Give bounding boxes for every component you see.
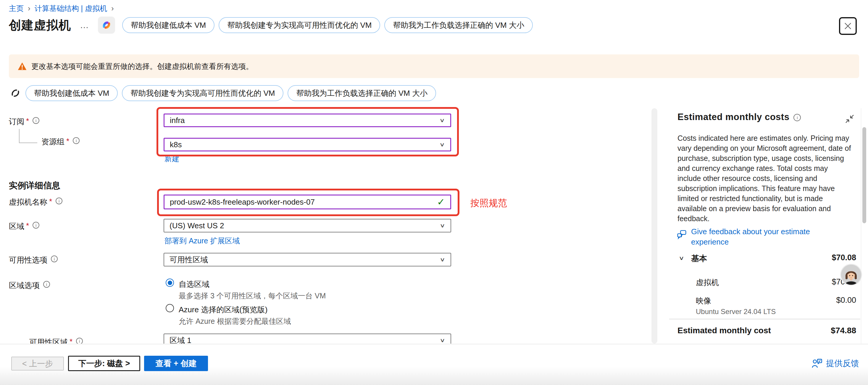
copilot-suggestions-top: 帮助我创建低成本 VM 帮助我创建专为实现高可用性而优化的 VM 帮助我为工作负… <box>122 17 533 33</box>
cost-panel-title-row: Estimated monthly costs i <box>678 112 801 122</box>
suggestion-right-vm-size-button[interactable]: 帮助我为工作负载选择正确的 VM 大小 <box>287 85 436 101</box>
vm-name-label: 虚拟机名称 * i <box>9 197 62 207</box>
copilot-suggestions-row: 帮助我创建低成本 VM 帮助我创建专为实现高可用性而优化的 VM 帮助我为工作负… <box>9 85 436 102</box>
availability-zone-row-clipped: 可用性区域 * i 区域 1 ∨ <box>0 332 648 344</box>
avatar-image <box>841 265 861 285</box>
previous-button[interactable]: < 上一步 <box>11 357 64 371</box>
info-icon[interactable]: i <box>73 137 80 144</box>
resource-group-label: 资源组 * i <box>41 137 80 147</box>
collapse-panel-icon[interactable] <box>845 114 855 124</box>
copilot-icon <box>101 20 112 30</box>
availability-zone-label: 可用性区域 * i <box>29 337 83 344</box>
cost-item-amount: $0.00 <box>836 296 856 305</box>
info-icon[interactable]: i <box>51 255 58 262</box>
subscription-dropdown[interactable]: infra ∨ <box>164 114 451 127</box>
page-scrollbar-thumb[interactable] <box>862 127 866 223</box>
deploy-edge-zone-link[interactable]: 部署到 Azure 扩展区域 <box>164 236 240 246</box>
resource-group-dropdown[interactable]: k8s ∨ <box>164 138 451 151</box>
required-asterisk: * <box>69 337 72 344</box>
feedback-person-icon <box>812 358 823 368</box>
field-connector-line <box>19 129 37 143</box>
azure-selected-zones-desc: 允许 Azure 根据需要分配最佳区域 <box>179 316 291 326</box>
region-label: 区域 * i <box>9 221 39 231</box>
next-disks-button[interactable]: 下一步: 磁盘 > <box>68 356 140 371</box>
feedback-bubbles-icon <box>677 229 687 240</box>
copilot-outline-icon <box>9 86 22 100</box>
required-asterisk: * <box>66 137 69 146</box>
avatar[interactable] <box>840 264 862 286</box>
cost-group-amount: $70.08 <box>832 253 856 262</box>
suggestion-right-vm-size-button[interactable]: 帮助我为工作负载选择正确的 VM 大小 <box>384 17 532 33</box>
panel-scroll-edge <box>861 108 861 344</box>
self-select-zones-radio[interactable] <box>166 279 174 287</box>
chevron-down-icon: ∨ <box>439 117 445 124</box>
create-vm-page: 主页 › 计算基础结构 | 虚拟机 › 创建虚拟机 … 帮 <box>0 0 868 385</box>
info-icon[interactable]: i <box>43 281 50 288</box>
copilot-button[interactable] <box>98 17 115 34</box>
self-select-zones-desc: 最多选择 3 个可用性区域，每个区域一台 VM <box>179 291 326 301</box>
vm-name-input[interactable]: prod-usw2-k8s-freeleaps-worker-nodes-07 … <box>164 195 451 210</box>
cost-item-name: 虚拟机 <box>696 277 719 288</box>
close-icon <box>844 22 852 30</box>
cost-item-name: 映像 <box>696 296 711 306</box>
valid-check-icon: ✓ <box>437 196 445 207</box>
chevron-down-icon: ∨ <box>439 141 445 148</box>
required-asterisk: * <box>26 221 29 230</box>
cost-group-name[interactable]: 基本 <box>691 253 707 264</box>
azure-selected-zones-radio[interactable] <box>166 304 174 312</box>
azure-selected-zones-radio-label[interactable]: Azure 选择的区域(预览版) <box>179 304 268 315</box>
breadcrumb: 主页 › 计算基础结构 | 虚拟机 › <box>9 4 114 13</box>
feedback-link[interactable]: 提供反馈 <box>812 358 859 369</box>
instance-details-heading: 实例详细信息 <box>9 180 60 192</box>
chevron-right-icon: › <box>28 4 30 13</box>
warning-banner: 更改基本选项可能会重置所做的选择。创建虚拟机前查看所有选项。 <box>9 55 859 78</box>
form-scrollbar[interactable] <box>651 108 657 344</box>
more-menu-icon[interactable]: … <box>80 20 90 30</box>
info-icon[interactable]: i <box>33 222 39 229</box>
info-icon[interactable]: i <box>56 197 62 204</box>
group-chevron-icon[interactable]: ∨ <box>679 255 684 262</box>
cost-item-sub: Ubuntu Server 24.04 LTS <box>696 308 776 316</box>
info-icon[interactable]: i <box>33 117 39 124</box>
total-cost-label: Estimated monthly cost <box>678 326 771 335</box>
suggestion-low-cost-vm-button[interactable]: 帮助我创建低成本 VM <box>122 17 215 33</box>
title-row: 创建虚拟机 … 帮助我创建低成本 VM 帮助我创建专为实现高可用性而优化的 VM… <box>9 15 533 35</box>
chevron-down-icon: ∨ <box>440 222 445 229</box>
chevron-down-icon: ∨ <box>440 256 445 263</box>
chevron-down-icon: ∨ <box>440 337 445 344</box>
create-new-resource-group-link[interactable]: 新建 <box>164 154 179 163</box>
suggestion-low-cost-vm-button[interactable]: 帮助我创建低成本 VM <box>26 85 118 101</box>
availability-options-label: 可用性选项 i <box>9 255 58 265</box>
panel-divider <box>669 319 860 319</box>
breadcrumb-home-link[interactable]: 主页 <box>9 4 24 13</box>
estimate-feedback-link[interactable]: Give feedback about your estimate experi… <box>677 226 830 247</box>
self-select-zones-radio-label[interactable]: 自选区域 <box>179 279 210 289</box>
zone-options-label: 区域选项 i <box>9 280 50 291</box>
page-title: 创建虚拟机 <box>9 17 71 33</box>
required-asterisk: * <box>49 197 52 206</box>
review-create-button[interactable]: 查看 + 创建 <box>144 356 208 371</box>
cost-panel-title: Estimated monthly costs <box>678 112 789 122</box>
availability-zone-dropdown[interactable]: 区域 1 ∨ <box>164 333 451 344</box>
annotation-text: 按照规范 <box>470 197 507 210</box>
breadcrumb-section-link[interactable]: 计算基础结构 | 虚拟机 <box>35 4 107 13</box>
chevron-right-icon: › <box>111 4 114 13</box>
suggestion-high-availability-vm-button[interactable]: 帮助我创建专为实现高可用性而优化的 VM <box>219 17 380 33</box>
info-icon[interactable]: i <box>76 338 83 344</box>
total-cost-amount: $74.88 <box>831 326 856 335</box>
warning-icon <box>18 62 27 70</box>
availability-options-dropdown[interactable]: 可用性区域 ∨ <box>164 253 451 266</box>
required-asterisk: * <box>26 117 29 126</box>
cost-disclaimer: Costs indicated here are estimates only.… <box>678 133 851 224</box>
region-dropdown[interactable]: (US) West US 2 ∨ <box>164 219 451 232</box>
suggestion-high-availability-vm-button[interactable]: 帮助我创建专为实现高可用性而优化的 VM <box>122 85 283 101</box>
info-icon[interactable]: i <box>794 114 801 121</box>
warning-text: 更改基本选项可能会重置所做的选择。创建虚拟机前查看所有选项。 <box>31 62 253 71</box>
close-button[interactable] <box>839 17 857 35</box>
subscription-label: 订阅 * i <box>9 117 39 127</box>
